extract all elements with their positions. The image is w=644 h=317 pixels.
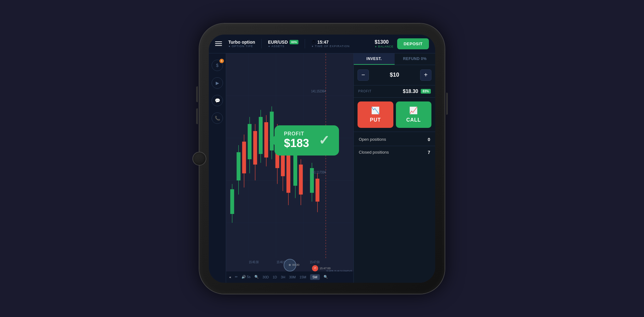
call-label: CALL	[406, 117, 421, 123]
divider-2	[305, 39, 305, 48]
svg-rect-32	[299, 164, 303, 194]
increase-amount-button[interactable]: +	[420, 69, 431, 81]
play-sidebar-icon[interactable]: ▶	[212, 77, 223, 89]
svg-rect-36	[315, 178, 319, 201]
profit-value-container: $18.30 83%	[403, 89, 431, 94]
profit-display: PROFIT $18.30 83%	[354, 85, 435, 98]
refund-tab[interactable]: REFUND 0%	[395, 53, 436, 65]
15m-toolbar-item[interactable]: 15M	[300, 275, 306, 279]
decrease-amount-button[interactable]: −	[358, 69, 369, 81]
volume-down-button[interactable]	[196, 108, 198, 124]
phone-sidebar-icon[interactable]: 📞	[212, 112, 223, 124]
expiry-icon: ⏱	[312, 265, 318, 271]
hamburger-menu[interactable]	[215, 41, 222, 46]
option-type-sublabel: OPTION TIPE	[228, 45, 255, 48]
draw-toolbar-item[interactable]: ✏	[235, 275, 238, 279]
asset-label: EUR/USD	[268, 40, 288, 45]
phone-frame: Turbo option OPTION TIPE EUR/USD 83% ASS…	[199, 24, 445, 294]
left-sidebar: $ ▶ 💬 📞	[209, 53, 226, 283]
option-type-selector[interactable]: Turbo option OPTION TIPE	[228, 40, 255, 48]
power-button[interactable]	[446, 93, 448, 115]
back-toolbar-item[interactable]: «	[229, 275, 231, 279]
closed-positions-row[interactable]: Closed positions 7	[354, 146, 435, 159]
timer-icon: ⏱	[311, 40, 316, 45]
chart-toolbar: « ✏ 🔊 5s 🔍 30D 1D 3H 30M 15M 5M 🔍	[226, 271, 353, 283]
panel-tabs: INVEST. REFUND 0%	[354, 53, 435, 65]
zoom-out-toolbar-item[interactable]: 🔍	[324, 275, 328, 279]
expiry-label: 15:47	[317, 40, 329, 45]
svg-rect-30	[293, 154, 297, 186]
svg-rect-14	[248, 124, 252, 159]
profit-check-icon: ✓	[319, 133, 330, 148]
svg-rect-20	[264, 122, 268, 157]
candlestick-chart: 141.152364 141.117334 15:45:30 15:46:00 …	[226, 53, 353, 283]
svg-text:15:47:00: 15:47:00	[310, 260, 319, 264]
invest-tab[interactable]: INVEST.	[354, 53, 395, 65]
open-positions-row[interactable]: Open positions 0	[354, 133, 435, 146]
profit-popup-label: PROFIT	[284, 131, 309, 137]
right-panel: INVEST. REFUND 0% − $10 + PROFIT $18.30 …	[353, 53, 435, 283]
option-type-label: Turbo option	[228, 40, 255, 45]
profit-amount-value: $18.30	[403, 89, 418, 94]
profit-popup-amount: $183	[284, 137, 309, 150]
phone-screen: Turbo option OPTION TIPE EUR/USD 83% ASS…	[209, 35, 435, 283]
volume-up-button[interactable]	[196, 86, 198, 102]
svg-text:15:45:30: 15:45:30	[249, 260, 259, 264]
3h-toolbar-item[interactable]: 3H	[281, 275, 285, 279]
asset-sublabel: ASSETS	[268, 45, 298, 48]
zoom-in-toolbar-item[interactable]: 🔍	[254, 275, 259, 279]
sound-toolbar-item[interactable]: 🔊 5s	[242, 275, 251, 279]
chat-sidebar-icon[interactable]: 💬	[212, 95, 223, 106]
asset-selector[interactable]: EUR/USD 83% ASSETS	[268, 40, 298, 48]
put-button[interactable]: 📉 PUT	[358, 101, 393, 128]
profit-popup: PROFIT $183 ✓	[275, 125, 339, 156]
expiry-marker: ⏱ 15:47:00	[312, 265, 330, 271]
expiry-time-label: 15:47:00	[319, 267, 330, 270]
deposit-button[interactable]: DEPOSIT	[397, 38, 429, 49]
balance-value: $1300	[375, 39, 393, 45]
app-header: Turbo option OPTION TIPE EUR/USD 83% ASS…	[209, 35, 435, 53]
asset-badge: 83%	[290, 40, 298, 44]
profit-text: PROFIT $183	[284, 131, 309, 150]
balance-section: $1300 BALANCE DEPOSIT	[375, 38, 429, 49]
timer-label: 00:30	[292, 263, 300, 266]
home-button[interactable]	[192, 152, 206, 166]
balance-label: BALANCE	[375, 45, 393, 48]
svg-text:141.117334: 141.117334	[311, 170, 326, 174]
30m-toolbar-item[interactable]: 30M	[289, 275, 296, 279]
expiry-sublabel: TIME OF EXPIRATION	[311, 45, 350, 48]
5m-toolbar-item[interactable]: 5M	[310, 274, 320, 280]
put-label: PUT	[370, 117, 381, 123]
expiry-selector[interactable]: ⏱ 15:47 TIME OF EXPIRATION	[311, 40, 350, 48]
svg-text:141.152364: 141.152364	[311, 89, 326, 93]
profit-display-label: PROFIT	[358, 90, 372, 93]
put-icon: 📉	[371, 107, 380, 115]
call-icon: 📈	[409, 107, 418, 115]
svg-rect-16	[253, 131, 257, 165]
open-positions-label: Open positions	[359, 137, 386, 142]
divider-1	[261, 39, 262, 48]
amount-value-display: $10	[371, 72, 418, 78]
open-positions-count: 0	[428, 137, 430, 142]
1d-toolbar-item[interactable]: 1D	[273, 275, 277, 279]
svg-rect-18	[259, 117, 263, 154]
main-content: $ ▶ 💬 📞	[209, 53, 435, 283]
svg-rect-12	[242, 141, 246, 173]
closed-positions-label: Closed positions	[359, 150, 389, 155]
balance-display[interactable]: $1300 BALANCE	[375, 39, 393, 48]
profit-percentage-badge: 83%	[421, 89, 431, 94]
positions-section: Open positions 0 Closed positions 7	[354, 132, 435, 160]
svg-rect-10	[236, 152, 240, 180]
chart-area[interactable]: 141.152364 141.117334 15:45:30 15:46:00 …	[226, 53, 353, 283]
svg-rect-38	[230, 189, 234, 214]
30d-toolbar-item[interactable]: 30D	[263, 275, 269, 279]
dollar-sidebar-icon[interactable]: $	[212, 60, 223, 71]
trade-buttons: 📉 PUT 📈 CALL	[354, 98, 435, 132]
call-button[interactable]: 📈 CALL	[396, 101, 432, 128]
closed-positions-count: 7	[428, 150, 430, 155]
amount-control: − $10 +	[354, 65, 435, 85]
